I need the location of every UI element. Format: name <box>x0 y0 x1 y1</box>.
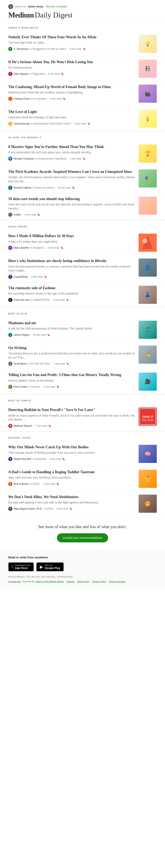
article-title: How I Made A Million Dollars In 30 Days <box>8 234 135 238</box>
help-center-link[interactable]: Help Center <box>77 580 89 583</box>
logo-line: Medium Daily Digest <box>8 11 157 19</box>
bookmark-icon[interactable]: 🔖 <box>47 334 50 336</box>
unsubscribe-text: from this list. <box>22 580 35 583</box>
article-item: The 93rd Academy Awards: Inspired Winner… <box>0 166 165 193</box>
publication-name: in ZORA <box>44 507 53 510</box>
read-time: 4 min read <box>44 385 55 388</box>
article-content: If He's Serious About You, He Won't Risk… <box>8 60 135 76</box>
footer-read-write: Read or write from anywhere. <box>8 556 157 559</box>
bookmark-icon[interactable]: 🔖 <box>69 507 73 510</box>
footer-address: Sent by Medium · P.O. Box 602, San Franc… <box>8 576 157 578</box>
read-time: 4 min read <box>49 458 61 460</box>
unsubscribe-link[interactable]: Unsubscribe <box>8 580 21 583</box>
author-avatar: P <box>8 385 12 389</box>
app-store-button[interactable]:  Download on the App Store <box>8 562 34 571</box>
author-name: Paul Combs <box>13 385 27 388</box>
article-title: The cinematic side of Fashion <box>8 286 135 290</box>
apple-icon:  <box>12 564 13 569</box>
bookmark-icon[interactable]: 🔖 <box>87 122 90 125</box>
bookmark-icon[interactable]: 🔖 <box>56 483 59 485</box>
author-avatar: C <box>8 275 12 279</box>
article-item: 10 skin-care trends you should stop foll… <box>0 193 165 220</box>
read-time: 4 min read <box>74 122 86 125</box>
email-wrapper: J Stories for James Jonas · Become a mem… <box>0 0 165 589</box>
svg-point-2 <box>142 238 147 243</box>
bookmark-icon[interactable]: 🔖 <box>62 458 65 460</box>
bookmark-icon[interactable]: 🔖 <box>83 48 86 51</box>
bookmark-icon[interactable]: 🔖 <box>72 186 75 189</box>
article-item: Detecting Bullshit in Nate Powell's "Sav… <box>0 404 165 431</box>
article-subtitle: A tale for the 20th anniversary of Final… <box>8 327 135 331</box>
quick-reads-section-header: QUICK READS <box>0 220 165 230</box>
author-avatar: C <box>8 97 12 101</box>
author-name: Chelsey Flood <box>13 97 29 100</box>
bookmark-icon[interactable]: 🔖 <box>44 275 47 278</box>
article-title: 8 Massive Signs You're Further Ahead Tha… <box>8 145 135 149</box>
read-time: 5 min read <box>56 507 68 510</box>
bookmark-icon[interactable]: 🔖 <box>82 157 86 160</box>
author-avatar: M <box>8 157 12 161</box>
play-store-button[interactable]: ▶ Get it on Google Play <box>36 562 63 571</box>
article-image: ✊ <box>139 495 157 513</box>
article-item: The Confusing, Mixed-Up World of Female … <box>0 81 165 106</box>
article-item: On Writing "Assuming that you are a prof… <box>0 342 165 369</box>
user-avatar: J <box>8 4 13 9</box>
article-meta: M Matthew Teutsch · 7 min read 🔖 <box>8 424 135 428</box>
article-subtitle: While so many aspects of Nate Powell's S… <box>8 414 135 422</box>
article-item: A Dad's Guide to Handling a Raging Toddl… <box>0 466 165 491</box>
stories-for-label: Stories for <box>15 5 26 8</box>
article-image: 👶 <box>139 470 157 488</box>
privacy-policy-link[interactable]: Privacy Policy <box>92 580 106 583</box>
read-time: 4 min read <box>48 72 60 75</box>
bookmark-icon[interactable]: 🔖 <box>56 385 59 388</box>
article-subtitle: If you understand life isn't only about … <box>8 151 135 155</box>
article-title: On Writing <box>8 346 135 350</box>
author-avatar: M <box>8 507 12 511</box>
author-name: Michael Thompson <box>13 157 34 160</box>
article-image: 🎵 <box>139 321 157 339</box>
article-content: Why Our Minds Never Catch Up With Our Bo… <box>8 445 135 461</box>
article-meta: R Richard LaBeau in Rants and Raves · 14… <box>8 186 135 190</box>
careers-link[interactable]: Careers <box>66 580 75 583</box>
article-meta: C CryptoWhale · 4 min read 🔖 <box>8 275 135 279</box>
bookmark-icon[interactable]: 🔖 <box>61 72 64 75</box>
see-more-section: See more of what you like and less of wh… <box>0 516 165 551</box>
publication-name: in Elemental <box>32 458 46 460</box>
article-image: 👫 <box>139 60 157 78</box>
author-name: Matthew Teutsch <box>13 425 32 427</box>
bookmark-icon[interactable]: 🔖 <box>60 246 63 249</box>
article-meta: S ScienceDuude in Woodworkers of the Wor… <box>8 122 135 126</box>
article-title: Telling Lies for Fun and Profit: 5 Films… <box>8 373 135 377</box>
author-avatar: R <box>8 482 12 486</box>
article-content: The cinematic side of Fashion Re-inventi… <box>8 286 135 302</box>
bookmark-icon[interactable]: 🔖 <box>37 213 40 216</box>
daily-digest-text: Daily Digest <box>35 11 73 19</box>
author-name: ScienceDuude <box>13 122 30 125</box>
article-image <box>139 234 157 252</box>
article-content: 8 Massive Signs You're Further Ahead Tha… <box>8 145 135 161</box>
author-name: Richard LaBeau <box>13 186 31 189</box>
bookmark-icon[interactable]: 🔖 <box>66 299 69 301</box>
author-avatar: E <box>8 72 12 76</box>
read-time: 6 min read <box>70 48 81 51</box>
read-time: 7 min read <box>53 362 65 365</box>
become-member-link[interactable]: · Become a member <box>45 5 67 8</box>
read-time: 7 min read <box>70 157 81 160</box>
switch-digest-link[interactable]: Switch to the Weekly Digest <box>36 580 64 583</box>
article-title: Why Our Minds Never Catch Up With Our Bo… <box>8 445 135 450</box>
author-avatar: R <box>8 457 12 461</box>
article-subtitle: Enough with playing it nice and safe in … <box>8 501 135 505</box>
bookmark-icon[interactable]: 🔖 <box>66 362 69 365</box>
publication-name: in Woodworkers of the World Unite!!! <box>31 122 71 125</box>
article-image: ✍️ <box>139 346 157 364</box>
article-meta: J James Rogers · 13 min read 🔖 <box>8 333 135 337</box>
article-item: 8 Massive Signs You're Further Ahead Tha… <box>0 141 165 166</box>
publication-name: in MuddyUm <box>30 246 44 249</box>
cta-button[interactable]: Control your recommendations <box>57 533 108 542</box>
bookmark-icon[interactable]: 🔖 <box>48 425 51 427</box>
app-store-name: App Store <box>15 566 30 569</box>
article-title: We Don't Need Allies, We Need Abolitioni… <box>8 495 135 499</box>
bookmark-icon[interactable]: 🔖 <box>63 97 66 100</box>
article-item: How I Made A Million Dollars In 30 Days … <box>0 230 165 255</box>
terms-link[interactable]: Terms of service <box>109 580 126 583</box>
